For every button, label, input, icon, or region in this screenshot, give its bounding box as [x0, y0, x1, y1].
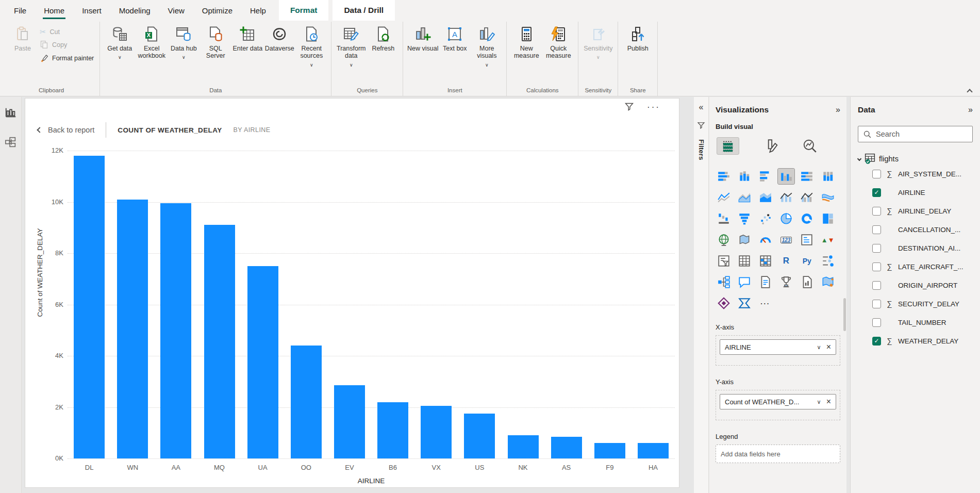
menu-tab-view[interactable]: View — [159, 0, 193, 21]
visual-line-chart[interactable] — [716, 190, 732, 205]
quick-measure-button[interactable]: Quick measure — [542, 22, 574, 60]
field-checkbox[interactable] — [872, 318, 881, 327]
visual-filled-map[interactable] — [736, 232, 753, 248]
refresh-button[interactable]: Refresh — [367, 22, 399, 52]
excel-workbook-button[interactable]: XExcel workbook — [136, 22, 168, 60]
bar-HA[interactable] — [638, 443, 669, 458]
visual-matrix[interactable] — [757, 253, 774, 269]
visual-gauge[interactable] — [757, 232, 774, 248]
visual-waterfall-chart[interactable] — [716, 211, 732, 226]
visual-pie-chart[interactable] — [778, 211, 794, 226]
visual-table[interactable] — [736, 253, 753, 269]
contextual-tab-data-drill[interactable]: Data / Drill — [333, 0, 395, 21]
visual-more-visual-options[interactable]: ··· — [757, 295, 774, 311]
cut-button[interactable]: ✂Cut — [40, 28, 94, 36]
visual-funnel-chart[interactable] — [736, 211, 753, 226]
field-checkbox[interactable]: ✓ — [872, 337, 881, 346]
bar-AA[interactable] — [160, 203, 191, 458]
field-row-airline-delay[interactable]: ∑AIRLINE_DELAY — [858, 202, 973, 220]
y-axis-field-pill[interactable]: Count of WEATHER_D... ∨ × — [720, 394, 836, 409]
table-row-flights[interactable]: flights — [858, 153, 973, 165]
visual-power-automate[interactable] — [736, 295, 753, 311]
visual-qa-visual[interactable] — [736, 274, 753, 290]
visual-scatter-chart[interactable] — [757, 211, 774, 226]
format-visual-tab[interactable] — [763, 138, 778, 154]
menu-tab-file[interactable]: File — [5, 0, 35, 21]
bar-NK[interactable] — [508, 435, 539, 458]
visual-treemap[interactable] — [820, 211, 836, 226]
bar-UA[interactable] — [247, 266, 278, 458]
visual-power-apps[interactable] — [716, 295, 732, 311]
menu-tab-insert[interactable]: Insert — [73, 0, 110, 21]
more-visuals-button[interactable]: More visuals∨ — [471, 22, 503, 68]
paste-button[interactable]: Paste — [7, 22, 39, 52]
visual-key-influencers[interactable] — [820, 253, 836, 269]
enter-data-button[interactable]: Enter data — [231, 22, 263, 52]
field-checkbox[interactable] — [872, 262, 881, 271]
visual-card[interactable]: 123 — [778, 232, 794, 248]
remove-field-icon[interactable]: × — [826, 398, 831, 406]
visual-clustered-column-chart[interactable] — [778, 169, 794, 184]
field-checkbox[interactable] — [872, 207, 881, 216]
field-checkbox[interactable] — [872, 170, 881, 178]
collapse-visualizations-icon[interactable]: » — [836, 106, 840, 114]
visual-stacked-bar-chart[interactable] — [716, 169, 732, 184]
visual-kpi[interactable]: ▲▼ — [820, 232, 836, 248]
visual-stacked-area-chart[interactable] — [757, 190, 774, 205]
data-hub-button[interactable]: Data hub∨ — [168, 22, 200, 60]
field-row-air-system-de-[interactable]: ∑AIR_SYSTEM_DE... — [858, 165, 973, 183]
bar-US[interactable] — [464, 414, 495, 458]
publish-button[interactable]: Publish — [622, 22, 654, 52]
field-row-weather-delay[interactable]: ✓∑WEATHER_DELAY — [858, 332, 973, 350]
visual-donut-chart[interactable] — [799, 211, 815, 226]
field-row-late-aircraft-[interactable]: ∑LATE_AIRCRAFT_... — [858, 257, 973, 276]
menu-tab-help[interactable]: Help — [241, 0, 275, 21]
visual-line-and-stacked-column-chart[interactable] — [778, 190, 794, 205]
bar-EV[interactable] — [334, 385, 365, 458]
visual-metrics[interactable] — [778, 274, 794, 290]
field-row-destination-ai-[interactable]: DESTINATION_AI... — [858, 239, 973, 257]
bar-VX[interactable] — [421, 406, 452, 458]
field-checkbox[interactable] — [872, 300, 881, 308]
remove-field-icon[interactable]: × — [826, 343, 831, 351]
visual-clustered-bar-chart[interactable] — [757, 169, 774, 184]
bar-WN[interactable] — [117, 200, 148, 458]
bar-AS[interactable] — [551, 437, 582, 458]
visual-area-chart[interactable] — [736, 190, 753, 205]
collapse-data-pane-icon[interactable]: » — [968, 106, 973, 114]
contextual-tab-format[interactable]: Format — [279, 0, 329, 21]
sensitivity-button[interactable]: Sensitivity∨ — [582, 22, 614, 60]
field-row-tail-number[interactable]: TAIL_NUMBER — [858, 313, 973, 332]
new-measure-button[interactable]: New measure — [510, 22, 542, 60]
new-visual-button[interactable]: New visual — [407, 22, 439, 52]
dataverse-button[interactable]: Dataverse — [263, 22, 295, 52]
bar-MQ[interactable] — [204, 225, 235, 458]
visual-decomposition-tree[interactable] — [716, 274, 732, 290]
format-painter-button[interactable]: Format painter — [40, 54, 94, 62]
expand-filters-icon[interactable]: « — [699, 103, 704, 111]
filters-pane-label[interactable]: Filters — [697, 139, 705, 160]
visual-r-script-visual[interactable]: R — [778, 253, 794, 269]
analytics-tab[interactable] — [802, 138, 818, 154]
menu-tab-optimize[interactable]: Optimize — [193, 0, 241, 21]
field-row-airline[interactable]: ✓AIRLINE — [858, 183, 973, 202]
chevron-down-icon[interactable]: ∨ — [817, 399, 821, 405]
text-box-button[interactable]: AText box — [439, 22, 471, 52]
chevron-down-icon[interactable]: ∨ — [817, 344, 821, 351]
visual-slicer[interactable] — [716, 253, 732, 269]
filter-funnel-icon[interactable] — [696, 121, 706, 130]
pane-scrollbar[interactable] — [843, 298, 846, 331]
sql-server-button[interactable]: SQL Server — [200, 22, 231, 60]
field-checkbox[interactable]: ✓ — [872, 188, 881, 197]
bar-OO[interactable] — [291, 346, 322, 458]
visual-smart-narrative[interactable] — [757, 274, 774, 290]
visual-ribbon-chart[interactable] — [820, 190, 836, 205]
back-to-report-link[interactable]: Back to report — [48, 126, 94, 134]
more-options-button[interactable]: ··· — [647, 103, 660, 111]
get-data-button[interactable]: Get data∨ — [104, 22, 136, 60]
field-row-origin-airport[interactable]: ORIGIN_AIRPORT — [858, 276, 973, 294]
visual-map[interactable] — [716, 232, 732, 248]
visual-hundred-stacked-bar-chart[interactable] — [799, 169, 815, 184]
filter-icon[interactable] — [624, 102, 635, 112]
model-view-button[interactable] — [4, 135, 18, 150]
